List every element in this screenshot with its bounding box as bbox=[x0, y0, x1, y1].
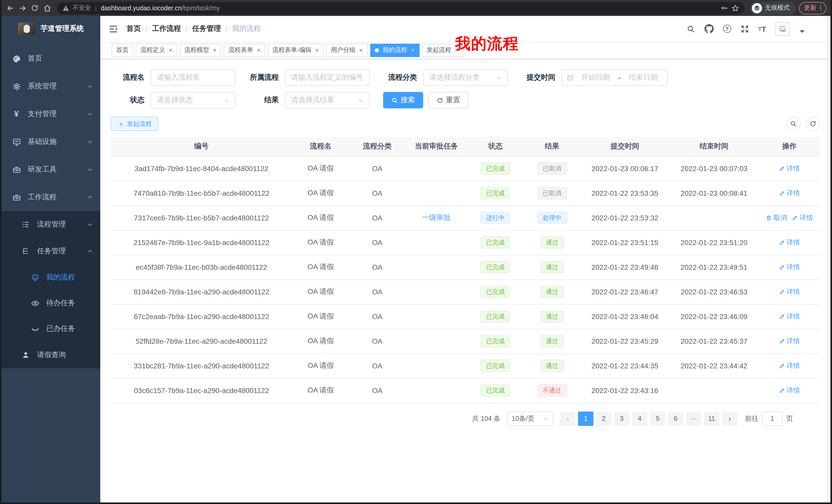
app-logo-row[interactable]: 芋道管理系统 bbox=[2, 16, 100, 41]
detail-link[interactable]: 详情 bbox=[779, 262, 800, 272]
page-scrollbar[interactable] bbox=[827, 16, 830, 502]
sidebar-item-label: 研发工具 bbox=[28, 165, 87, 174]
refresh-list-button[interactable] bbox=[806, 117, 820, 131]
detail-link[interactable]: 详情 bbox=[779, 164, 800, 173]
reload-icon[interactable] bbox=[30, 4, 39, 12]
tab-7[interactable]: 我的流程× bbox=[370, 44, 419, 57]
tab-1[interactable]: 首页 bbox=[111, 44, 133, 57]
cell-end-time bbox=[670, 378, 759, 403]
breadcrumb-home[interactable]: 首页 bbox=[127, 24, 141, 33]
font-size-icon[interactable]: TT bbox=[758, 24, 766, 33]
sidebar-item-dev-tools[interactable]: 研发工具 bbox=[2, 156, 100, 184]
sidebar-item-label: 工作流程 bbox=[28, 193, 87, 202]
bookmark-star-icon[interactable] bbox=[731, 4, 739, 12]
tab-label: 流程模型 bbox=[184, 46, 209, 54]
fullscreen-icon[interactable] bbox=[740, 24, 749, 33]
password-key-icon[interactable] bbox=[720, 4, 728, 12]
forward-icon[interactable] bbox=[18, 4, 27, 12]
detail-link[interactable]: 详情 bbox=[779, 361, 800, 370]
parent-process-input[interactable]: 请输入流程定义的编号 bbox=[285, 69, 370, 86]
prev-page-button[interactable]: ‹ bbox=[560, 411, 575, 426]
status-select[interactable]: 请选择状态 bbox=[151, 92, 235, 108]
sidebar-item-done-tasks[interactable]: 已办任务 bbox=[2, 316, 100, 342]
security-label[interactable]: 不安全 bbox=[73, 4, 91, 12]
detail-link[interactable]: 详情 bbox=[779, 386, 800, 395]
tab-close-icon[interactable]: × bbox=[359, 47, 363, 53]
sidebar-item-my-process[interactable]: 我的流程 bbox=[2, 264, 100, 290]
avatar-dropdown-caret[interactable] bbox=[800, 30, 805, 35]
tab-close-icon[interactable]: × bbox=[257, 47, 260, 53]
detail-link[interactable]: 详情 bbox=[779, 189, 800, 198]
page-ellipsis[interactable]: ··· bbox=[686, 411, 701, 426]
create-process-button[interactable]: ＋ 发起流程 bbox=[110, 117, 158, 131]
address-bar[interactable]: 不安全 dashboard.yudao.iocoder.cn/bpm/task/… bbox=[57, 2, 744, 14]
goto-page-input[interactable]: 1 bbox=[762, 411, 783, 426]
cell-status: 已完成 bbox=[467, 279, 524, 304]
search-icon[interactable] bbox=[686, 24, 695, 33]
process-name-input[interactable]: 请输入流程名 bbox=[151, 69, 235, 86]
tab-close-icon[interactable]: × bbox=[411, 47, 415, 53]
reset-button[interactable]: 重置 bbox=[428, 92, 468, 108]
page-button-11[interactable]: 11 bbox=[704, 411, 719, 426]
detail-link[interactable]: 详情 bbox=[792, 213, 813, 222]
tab-label: 流程表单 bbox=[228, 46, 253, 54]
tab-6[interactable]: 用户分组× bbox=[326, 44, 368, 57]
page-button-5[interactable]: 5 bbox=[650, 411, 666, 426]
tab-close-icon[interactable]: × bbox=[169, 47, 173, 53]
sidebar-item-process-management[interactable]: 流程管理 bbox=[2, 211, 100, 238]
breadcrumb-task-management[interactable]: 任务管理 bbox=[192, 24, 221, 33]
sidebar-item-task-management[interactable]: 任务管理 bbox=[2, 238, 100, 264]
tab-close-icon[interactable]: × bbox=[213, 47, 216, 53]
submit-time-range-picker[interactable]: 开始日期 - 结束日期 bbox=[562, 69, 668, 86]
sidebar-item-payment[interactable]: ¥ 支付管理 bbox=[2, 100, 100, 128]
cell-category: OA bbox=[349, 205, 406, 230]
detail-link[interactable]: 详情 bbox=[779, 238, 800, 247]
sidebar-item-system[interactable]: 系统管理 bbox=[2, 73, 100, 100]
page-button-4[interactable]: 4 bbox=[632, 411, 647, 426]
sidebar-item-infrastructure[interactable]: 基础设施 bbox=[2, 128, 100, 156]
sidebar-item-label: 我的流程 bbox=[46, 273, 93, 282]
tab-4[interactable]: 流程表单× bbox=[224, 44, 265, 57]
home-icon[interactable] bbox=[43, 4, 51, 12]
tab-close-icon[interactable]: × bbox=[315, 47, 319, 53]
page-button-3[interactable]: 3 bbox=[614, 411, 629, 426]
detail-link[interactable]: 详情 bbox=[779, 337, 800, 346]
sidebar-item-todo-tasks[interactable]: 待办任务 bbox=[2, 290, 100, 316]
sidebar-item-label: 待办任务 bbox=[46, 299, 93, 308]
search-button[interactable]: 搜索 bbox=[383, 92, 423, 108]
category-select[interactable]: 请选择流程分类 bbox=[423, 69, 508, 86]
back-icon[interactable] bbox=[6, 4, 15, 12]
help-icon[interactable]: ? bbox=[723, 25, 731, 33]
page-button-2[interactable]: 2 bbox=[596, 411, 612, 426]
result-select[interactable]: 请选择流结果 bbox=[285, 92, 370, 108]
cell-id: 67c2eaab-7b9a-11ec-a290-acde48001122 bbox=[110, 304, 292, 329]
goto-unit: 页 bbox=[786, 414, 793, 423]
next-page-button[interactable]: › bbox=[722, 411, 737, 426]
show-search-toggle-button[interactable] bbox=[786, 117, 801, 131]
tab-5[interactable]: 流程表单-编辑× bbox=[268, 44, 324, 57]
page-button-6[interactable]: 6 bbox=[668, 411, 683, 426]
detail-link[interactable]: 详情 bbox=[779, 287, 800, 297]
browser-menu-icon[interactable] bbox=[820, 5, 821, 11]
avatar[interactable] bbox=[775, 22, 789, 36]
update-button[interactable]: 更新 bbox=[799, 2, 826, 14]
tab-3[interactable]: 流程模型× bbox=[180, 44, 221, 57]
edit-pen-icon bbox=[779, 289, 785, 295]
page-button-1[interactable]: 1 bbox=[578, 411, 593, 426]
sidebar-item-home[interactable]: 首页 bbox=[2, 45, 100, 73]
table-row: 7317cec6-7b9b-11ec-b5b7-acde48001122OA 请… bbox=[110, 205, 820, 230]
tab-2[interactable]: 流程定义× bbox=[136, 44, 177, 57]
cell-end-time: 2022-01-22 23:51:20 bbox=[670, 230, 759, 255]
github-icon[interactable] bbox=[704, 24, 713, 33]
not-secure-warning-icon[interactable] bbox=[62, 4, 70, 11]
cancel-link[interactable]: 取消 bbox=[766, 213, 787, 222]
sidebar-collapse-icon[interactable] bbox=[108, 24, 118, 34]
task-link[interactable]: 一级审批 bbox=[422, 213, 451, 221]
page-size-select[interactable]: 10条/页 bbox=[507, 411, 553, 426]
cell-process-name: OA 请假 bbox=[292, 230, 349, 255]
sidebar-item-workflow[interactable]: 工作流程 bbox=[2, 184, 100, 211]
detail-link[interactable]: 详情 bbox=[779, 312, 800, 321]
page-url[interactable]: dashboard.yudao.iocoder.cn/bpm/task/my bbox=[101, 4, 220, 11]
breadcrumb-workflow[interactable]: 工作流程 bbox=[152, 24, 181, 33]
sidebar-item-leave-query[interactable]: 请假查询 bbox=[2, 342, 100, 368]
